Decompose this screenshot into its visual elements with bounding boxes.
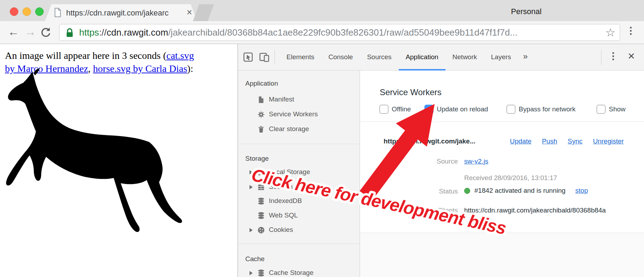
tab-title: https://cdn.rawgit.com/jakearc [66, 8, 179, 18]
sidebar-item-cache-storage[interactable]: Cache Storage [238, 267, 360, 277]
sidebar-divider [238, 244, 360, 244]
sidebar-section-application: Application [245, 80, 278, 87]
bypass-for-network-checkbox[interactable]: Bypass for network [506, 105, 576, 114]
profile-label: Personal [511, 7, 542, 16]
more-tabs-icon[interactable]: » [518, 44, 532, 70]
tab-close-icon[interactable]: × [187, 7, 192, 18]
browser-menu-icon[interactable] [630, 27, 632, 35]
bookmark-star-icon[interactable]: ☆ [605, 26, 615, 39]
panel-footer-area [360, 233, 644, 277]
url-host: cdn.rawgit.com [107, 27, 168, 38]
device-toolbar-icon[interactable] [259, 52, 270, 64]
toolbar-divider [601, 49, 601, 65]
forward-button[interactable]: → [25, 25, 36, 38]
sidebar-item-manifest[interactable]: Manifest [238, 94, 360, 105]
checkbox-box[interactable] [379, 105, 389, 114]
service-workers-panel: Service Workers Offline Update on reload… [360, 70, 644, 277]
trash-icon [257, 125, 265, 133]
devtools-close-icon[interactable]: × [628, 49, 635, 63]
sidebar-item-web-sql[interactable]: Web SQL [238, 210, 360, 221]
source-file-link[interactable]: sw-v2.js [464, 158, 488, 165]
application-sidebar: Application Manifest Service Workers Cle… [238, 70, 360, 277]
offline-checkbox[interactable]: Offline [379, 105, 411, 114]
sidebar-item-cookies[interactable]: Cookies [238, 224, 360, 236]
show-all-checkbox[interactable]: Show [596, 105, 626, 114]
status-row: #1842 activated and is running stop [464, 187, 588, 195]
sidebar-item-clear-storage[interactable]: Clear storage [238, 124, 360, 135]
devtools-tab-bar: Elements Console Sources Application Net… [279, 44, 533, 70]
expand-triangle-icon[interactable] [250, 228, 253, 232]
sidebar-item-session-storage[interactable]: Session Storage [238, 181, 360, 193]
gear-icon [257, 111, 265, 118]
tab-network[interactable]: Network [446, 44, 484, 70]
back-button[interactable]: ← [8, 25, 19, 38]
close-window-button[interactable] [10, 7, 18, 16]
checkbox-box[interactable] [506, 105, 516, 114]
panel-title: Service Workers [380, 87, 442, 97]
sidebar-section-cache: Cache [245, 255, 265, 263]
table-icon [257, 168, 265, 176]
cat-svg-link[interactable]: cat.svg [166, 50, 194, 61]
update-link[interactable]: Update [510, 137, 531, 145]
page-document-icon [54, 8, 61, 19]
tab-application[interactable]: Application [399, 44, 446, 70]
client-url: https://cdn.rawgit.com/jakearchibald/803… [464, 207, 644, 214]
checkbox-box-checked[interactable] [424, 105, 434, 114]
horse-image [3, 68, 193, 234]
unregister-link[interactable]: Unregister [593, 137, 624, 145]
url-separator: :// [99, 27, 107, 38]
source-label: Source [380, 158, 458, 165]
inspect-element-icon[interactable] [243, 52, 253, 64]
toolbar-divider [274, 49, 275, 65]
page-content: An image will appear here in 3 seconds (… [0, 44, 238, 277]
stop-link[interactable]: stop [575, 187, 588, 195]
tab-title-fade [169, 8, 179, 18]
worker-origin: https://cdn.rawgit.com/jake... [384, 137, 475, 145]
browser-toolbar: ← → https://cdn.rawgit.com/jakearchibald… [0, 21, 644, 44]
database-icon [257, 269, 265, 277]
tab-elements[interactable]: Elements [279, 44, 321, 70]
file-icon [257, 96, 265, 104]
new-tab-button[interactable] [193, 4, 214, 21]
devtools-menu-icon[interactable] [612, 52, 614, 60]
url-scheme: https [79, 27, 99, 38]
tab-strip: https://cdn.rawgit.com/jakearc × Persona… [0, 0, 644, 21]
expand-triangle-icon[interactable] [250, 185, 253, 189]
table-icon [257, 183, 265, 191]
panel-divider [360, 122, 644, 122]
clients-label: Clients [380, 207, 458, 214]
devtools-toolbar: Elements Console Sources Application Net… [238, 44, 644, 70]
fullscreen-window-button[interactable] [35, 7, 44, 16]
update-on-reload-checkbox[interactable]: Update on reload [424, 105, 488, 114]
sidebar-item-service-workers[interactable]: Service Workers [238, 109, 360, 120]
url-path: /jakearchibald/80368b84ac1ae8e229fc90b3f… [168, 27, 518, 38]
reload-button[interactable] [40, 27, 51, 40]
minimize-window-button[interactable] [23, 7, 31, 16]
database-icon [257, 197, 265, 205]
received-timestamp: Received 28/09/2016, 13:01:17 [464, 174, 557, 182]
checkbox-box[interactable] [596, 105, 606, 114]
url-text: https://cdn.rawgit.com/jakearchibald/803… [79, 27, 593, 38]
address-bar[interactable]: https://cdn.rawgit.com/jakearchibald/803… [59, 24, 620, 41]
status-green-dot-icon [464, 188, 470, 194]
tab-layers[interactable]: Layers [484, 44, 518, 70]
sidebar-divider [238, 144, 360, 144]
paragraph-text: An image will appear here in 3 seconds ( [5, 50, 166, 61]
secure-lock-icon[interactable] [66, 28, 74, 39]
status-text: #1842 activated and is running [474, 187, 566, 195]
push-link[interactable]: Push [542, 137, 557, 145]
browser-tab[interactable]: https://cdn.rawgit.com/jakearc × [45, 4, 197, 21]
database-icon [257, 212, 265, 220]
status-label: Status [380, 187, 458, 195]
devtools-panel: Elements Console Sources Application Net… [238, 44, 644, 277]
sidebar-section-storage: Storage [245, 155, 269, 162]
sync-link[interactable]: Sync [568, 137, 582, 145]
tab-sources[interactable]: Sources [360, 44, 399, 70]
expand-triangle-icon[interactable] [250, 170, 253, 174]
browser-window: https://cdn.rawgit.com/jakearc × Persona… [0, 0, 644, 277]
expand-triangle-icon[interactable] [250, 271, 253, 275]
sidebar-item-indexeddb[interactable]: IndexedDB [238, 196, 360, 207]
sidebar-item-local-storage[interactable]: Local Storage [238, 167, 360, 178]
tab-console[interactable]: Console [321, 44, 360, 70]
cookie-icon [257, 226, 265, 234]
